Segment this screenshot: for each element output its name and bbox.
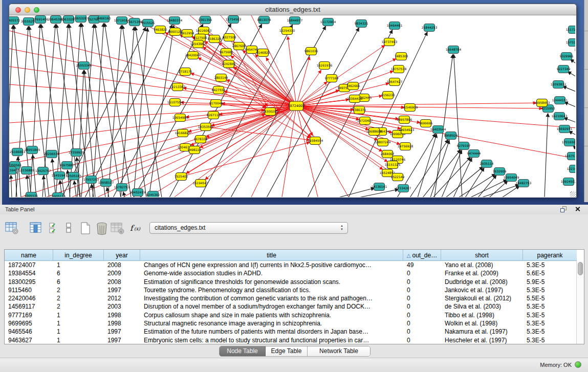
table-row[interactable]: 1456911722003Disruption of a novel membe… (5, 302, 577, 311)
graph-node[interactable]: 2522149 (391, 173, 405, 181)
graph-node[interactable]: 9156233 (381, 92, 395, 99)
table-cell[interactable]: 2012 (104, 294, 140, 302)
table-cell[interactable]: 22420046 (5, 294, 53, 302)
table-cell[interactable]: Stergiakouli et al. (2012) (441, 294, 523, 302)
close-panel-icon[interactable] (574, 206, 581, 212)
graph-node[interactable]: 9242845 (222, 60, 236, 68)
table-cell[interactable]: 0 (403, 319, 441, 327)
table-cell[interactable]: 0 (403, 278, 441, 286)
table-cell[interactable]: 5.3E-5 (523, 286, 577, 294)
table-cell[interactable]: 2009 (104, 269, 140, 277)
graph-node[interactable]: 7463822 (154, 26, 167, 34)
function-builder-icon[interactable]: f (x) (129, 222, 144, 235)
graph-node[interactable]: 21053346 (76, 62, 92, 70)
table-row[interactable]: 946554611997Estimation of the future num… (5, 327, 577, 336)
table-row[interactable]: 1938455462009Genome-wide association stu… (5, 269, 577, 277)
column-header-title[interactable]: title (140, 250, 403, 261)
table-cell[interactable]: 19384554 (5, 269, 53, 277)
graph-node[interactable]: 30975887 (59, 162, 75, 169)
table-cell[interactable]: 5.5E-5 (523, 294, 577, 302)
graph-node[interactable]: 18807249 (375, 139, 391, 146)
graph-node[interactable]: 9245302 (146, 191, 160, 198)
graph-node[interactable]: 7525402 (175, 173, 188, 181)
graph-node[interactable]: 11172904 (320, 18, 336, 26)
table-cell[interactable]: Changes of HCN gene expression and I(f) … (140, 261, 403, 269)
window-resize-grip[interactable] (570, 191, 576, 197)
graph-node[interactable]: 8466160 (97, 15, 111, 23)
graph-node[interactable]: 17359928 (69, 149, 84, 157)
graph-node[interactable]: 20452419 (130, 189, 146, 196)
table-cell[interactable]: Yano et al. (2008) (441, 261, 523, 269)
column-header-year[interactable]: year (104, 250, 140, 261)
tab-network-table[interactable]: Network Table (308, 346, 370, 356)
selected-rows-icon[interactable]: ✓ ✓ (49, 222, 59, 235)
graph-node[interactable]: 25166903 (10, 148, 26, 156)
table-row[interactable]: 1872400712008Changes of HCN gene express… (5, 261, 577, 269)
table-select-dropdown[interactable]: citations_edges.txt ▲▼ (149, 222, 348, 234)
graph-node[interactable]: 7515526 (141, 19, 155, 27)
graph-node[interactable]: 9474444 (467, 150, 481, 158)
graph-node[interactable]: 10924502 (561, 178, 575, 186)
graph-node[interactable]: 10653287 (73, 15, 89, 23)
graph-node[interactable]: 11172603 (566, 26, 575, 34)
graph-node[interactable]: 18957896 (397, 116, 412, 124)
graph-node[interactable]: 8267110 (207, 112, 221, 119)
graph-node[interactable]: 10954049 (504, 174, 519, 182)
table-cell[interactable]: Hescheler et al. (1997) (441, 336, 523, 344)
table-cell[interactable]: 5.9E-5 (523, 278, 577, 286)
table-cell[interactable]: Dudbridge et al. (2008) (441, 278, 523, 286)
graph-node[interactable]: 12505185 (66, 172, 82, 180)
table-cell[interactable]: 0 (403, 294, 441, 302)
graph-node[interactable]: 18482753 (516, 180, 532, 187)
table-cell[interactable]: 0 (403, 302, 441, 311)
table-cell[interactable]: 2008 (104, 261, 140, 269)
table-cell[interactable]: Tibbo et al. (1998) (441, 311, 523, 319)
graph-node[interactable]: 12254310 (279, 27, 295, 35)
graph-node[interactable]: 10647427 (387, 78, 403, 86)
graph-node[interactable]: 9834321 (355, 20, 368, 28)
graph-node[interactable]: 2867608 (232, 42, 246, 50)
graph-node[interactable]: 12444151 (552, 97, 568, 104)
table-cell[interactable]: 2008 (104, 278, 140, 286)
column-header-short[interactable]: short (441, 250, 523, 261)
graph-node[interactable]: 12093832 (551, 81, 567, 89)
graph-node[interactable]: 9861036 (304, 48, 318, 55)
graph-node[interactable]: 2803144 (214, 74, 228, 82)
table-cell[interactable]: 1 (53, 327, 104, 336)
table-cell[interactable]: Wolkin et al. (1998) (441, 319, 523, 327)
graph-node[interactable]: 15905135 (50, 193, 66, 198)
table-cell[interactable]: 9465546 (5, 327, 53, 336)
graph-node[interactable]: 9498222 (188, 146, 202, 154)
table-mode-icon[interactable] (5, 222, 19, 235)
table-cell[interactable]: 6 (53, 278, 104, 286)
table-cell[interactable]: 9699695 (5, 319, 53, 327)
table-cell[interactable]: Embryonic stem cells: a model to study s… (140, 336, 403, 344)
graph-node[interactable]: 10958107 (98, 179, 114, 187)
table-cell[interactable]: 14569117 (5, 302, 53, 311)
table-cell[interactable]: 5.6E-5 (523, 269, 577, 277)
network-view-window[interactable]: citations_edges.txt 94055723055529727691… (9, 4, 577, 198)
select-columns-icon[interactable] (30, 222, 44, 235)
table-row[interactable]: 969969511998Structural magnetic resonanc… (5, 319, 577, 327)
graph-node[interactable]: 8427552 (212, 86, 226, 94)
graph-node[interactable]: 19654923 (399, 126, 415, 134)
graph-node[interactable]: 16844977 (287, 17, 303, 25)
graph-node[interactable]: 9170044 (209, 100, 223, 107)
network-window-titlebar[interactable]: citations_edges.txt (9, 4, 576, 15)
table-cell[interactable]: 1997 (104, 286, 140, 294)
graph-node[interactable]: 7462666 (346, 82, 360, 90)
graph-node[interactable]: 15751074 (566, 39, 575, 47)
graph-node[interactable]: 15720407 (357, 117, 373, 125)
table-cell[interactable]: 1 (53, 319, 104, 327)
graph-node[interactable]: 16648784 (446, 46, 462, 54)
graph-node[interactable]: 6279197 (457, 142, 471, 150)
graph-node[interactable]: 19737493 (382, 38, 398, 46)
table-cell[interactable]: 5.3E-5 (523, 261, 577, 269)
graph-node[interactable]: 8813074 (257, 16, 271, 24)
graph-node[interactable]: 16210643 (552, 113, 568, 120)
graph-node[interactable]: 19756928 (398, 143, 413, 150)
table-cell[interactable]: Estimation of the future numbers of pati… (140, 327, 403, 336)
table-cell[interactable]: Tourette syndrome. Phenomenology and cla… (140, 286, 403, 294)
table-cell[interactable]: 5.3E-5 (523, 319, 577, 327)
graph-node[interactable]: 2935114 (480, 160, 494, 168)
